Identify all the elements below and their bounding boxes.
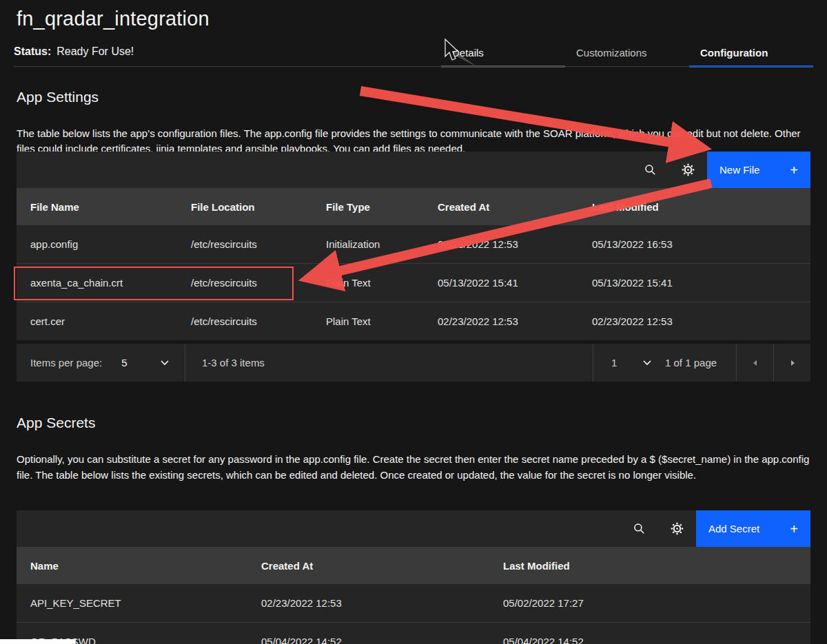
column-header: File Name xyxy=(17,188,177,225)
table-cell: cert.cer xyxy=(17,302,177,340)
app-configuration-page: fn_qradar_integration Status:Ready For U… xyxy=(0,0,827,644)
tab-configuration[interactable]: Configuration xyxy=(689,39,813,67)
status-label: Status: xyxy=(14,45,51,57)
files-table-toolbar: New File + xyxy=(17,152,810,188)
table-cell: 05/13/2022 16:53 xyxy=(578,225,810,263)
table-cell: /etc/rescircuits xyxy=(177,264,312,302)
column-header: File Type xyxy=(312,188,424,225)
gear-icon xyxy=(670,521,684,536)
page-number-select[interactable]: 1 xyxy=(593,344,662,382)
table-cell: app.config xyxy=(17,225,177,263)
table-cell: 05/04/2022 14:52 xyxy=(247,623,489,644)
table-row[interactable]: API_KEY_SECRET 02/23/2022 12:53 05/02/20… xyxy=(17,584,810,622)
table-row[interactable]: app.config /etc/rescircuits Initializati… xyxy=(17,225,810,263)
column-header: Created At xyxy=(247,547,489,584)
table-row[interactable]: QR_PASSWD 05/04/2022 14:52 05/04/2022 14… xyxy=(17,622,810,644)
tab-customizations[interactable]: Customizations xyxy=(565,39,689,67)
table-cell: /etc/rescircuits xyxy=(177,302,312,340)
next-page-button[interactable] xyxy=(774,344,810,382)
tab-customizations-label: Customizations xyxy=(576,47,647,59)
tab-details[interactable]: Details xyxy=(441,39,565,67)
page-number-value: 1 xyxy=(611,357,617,368)
app-secrets-heading: App Secrets xyxy=(17,415,95,431)
files-search-button[interactable] xyxy=(631,152,669,188)
spacer xyxy=(265,344,593,382)
page-title: fn_qradar_integration xyxy=(17,8,210,30)
files-pagination: Items per page: 5 1-3 of 3 items 1 1 of … xyxy=(17,344,810,382)
table-cell: 02/23/2022 12:53 xyxy=(247,584,489,622)
page-status-text: 1 of 1 page xyxy=(662,344,736,382)
column-header: Last Modified xyxy=(489,547,810,584)
table-cell: 02/23/2022 12:53 xyxy=(578,302,810,340)
add-secret-button-label: Add Secret xyxy=(708,523,759,534)
chevron-down-icon xyxy=(643,360,651,366)
secrets-table-header: Name Created At Last Modified xyxy=(17,547,810,584)
add-secret-button[interactable]: Add Secret + xyxy=(696,510,810,547)
table-cell: Plain Text xyxy=(312,264,424,302)
tab-bar: Details Customizations Configuration xyxy=(441,39,813,67)
table-row[interactable]: cert.cer /etc/rescircuits Plain Text 02/… xyxy=(17,302,810,340)
secrets-search-button[interactable] xyxy=(620,510,658,547)
column-header: File Location xyxy=(177,188,312,225)
caret-left-icon xyxy=(750,357,761,368)
table-cell: API_KEY_SECRET xyxy=(17,584,247,622)
status-value: Ready For Use! xyxy=(57,45,134,57)
new-file-button-label: New File xyxy=(719,164,759,176)
search-icon xyxy=(633,522,646,535)
files-settings-button[interactable] xyxy=(669,152,707,188)
table-cell: Initialization xyxy=(312,225,424,263)
table-cell: QR_PASSWD xyxy=(17,623,247,644)
caret-right-icon xyxy=(787,357,798,368)
table-cell: 05/04/2022 14:52 xyxy=(489,623,810,644)
table-cell: 05/13/2022 15:41 xyxy=(578,264,810,302)
divider xyxy=(185,344,185,382)
app-secrets-description: Optionally, you can substitute a secret … xyxy=(17,452,810,483)
secrets-settings-button[interactable] xyxy=(658,510,696,547)
table-cell: /etc/rescircuits xyxy=(177,225,312,263)
pagination-range-text: 1-3 of 3 items xyxy=(202,344,265,382)
tab-configuration-label: Configuration xyxy=(700,47,768,59)
chevron-down-icon xyxy=(161,360,169,366)
secrets-table: Add Secret + Name Created At Last Modifi… xyxy=(17,510,810,644)
items-per-page-label: Items per page: xyxy=(30,357,102,368)
column-header: Name xyxy=(17,547,247,584)
table-cell: axenta_ca_chain.crt xyxy=(17,264,177,302)
previous-page-button[interactable] xyxy=(737,344,773,382)
table-cell: 05/13/2022 15:41 xyxy=(424,264,578,302)
table-cell: Plain Text xyxy=(312,302,424,340)
secrets-table-toolbar: Add Secret + xyxy=(17,510,810,547)
table-row[interactable]: axenta_ca_chain.crt /etc/rescircuits Pla… xyxy=(17,263,810,302)
add-icon: + xyxy=(790,522,798,536)
new-file-button[interactable]: New File + xyxy=(707,152,810,188)
tab-details-label: Details xyxy=(452,47,484,59)
gear-icon xyxy=(681,163,695,177)
header-divider xyxy=(14,66,813,67)
items-per-page-value: 5 xyxy=(121,357,127,368)
column-header: Last Modified xyxy=(578,188,810,225)
table-cell: 02/23/2022 12:53 xyxy=(424,225,578,263)
add-icon: + xyxy=(790,163,798,177)
column-header: Created At xyxy=(424,188,578,225)
status-line: Status:Ready For Use! xyxy=(14,45,134,58)
items-per-page-select[interactable]: Items per page: 5 xyxy=(17,344,185,382)
table-cell: 02/23/2022 12:53 xyxy=(424,302,578,340)
app-settings-heading: App Settings xyxy=(17,89,99,105)
files-table-header: File Name File Location File Type Create… xyxy=(17,188,810,225)
table-cell: 05/02/2022 17:27 xyxy=(489,584,810,622)
search-icon xyxy=(644,163,657,176)
files-table: New File + File Name File Location File … xyxy=(17,152,810,382)
